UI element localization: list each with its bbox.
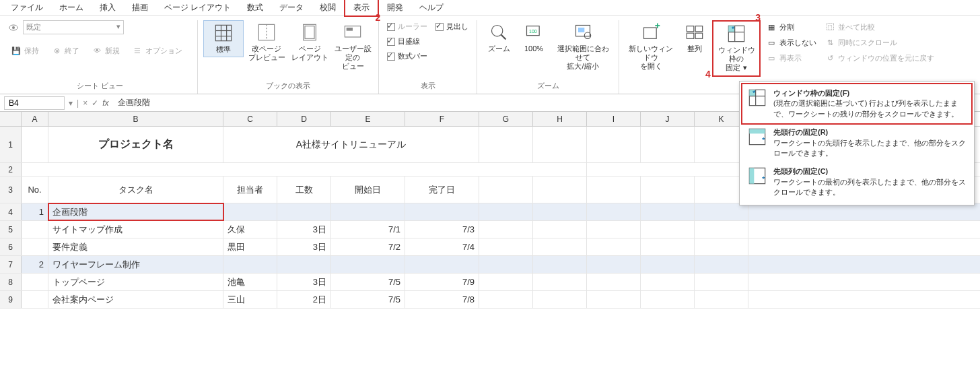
cell[interactable]	[479, 177, 533, 203]
row-header[interactable]: 8	[0, 274, 22, 290]
zoom-selection-button[interactable]: 選択範囲に合わせて 拡大/縮小	[553, 20, 613, 74]
cell[interactable]: 会社案内ページ	[48, 291, 223, 308]
cell[interactable]: 開始日	[331, 177, 405, 203]
cell[interactable]	[22, 274, 48, 290]
cell[interactable]	[533, 127, 587, 162]
cell[interactable]	[533, 238, 587, 255]
cell[interactable]	[695, 238, 748, 255]
cell[interactable]	[695, 203, 748, 220]
cell[interactable]	[641, 177, 695, 203]
cell[interactable]: 完了日	[405, 177, 479, 203]
view-pagelayout-button[interactable]: ページ レイアウト	[289, 20, 330, 65]
col-header[interactable]: H	[533, 112, 587, 126]
cell[interactable]	[533, 177, 587, 203]
cell[interactable]: 7/8	[405, 291, 479, 308]
arrange-button[interactable]: 整列	[680, 20, 709, 56]
cell[interactable]: タスク名	[48, 177, 223, 203]
menubar-item-4[interactable]: ページ レイアウト	[156, 0, 239, 15]
menubar-item-6[interactable]: データ	[271, 0, 312, 15]
cell[interactable]: 企画段階	[48, 203, 223, 220]
freeze-panes-button[interactable]: * ウィンドウ枠の 固定 ▾ 3 4	[712, 20, 761, 77]
check-formulabar[interactable]: 数式バー	[384, 50, 430, 63]
menubar-item-3[interactable]: 描画	[124, 0, 156, 15]
zoom-100-button[interactable]: 100 100%	[518, 20, 550, 56]
cell[interactable]	[641, 221, 695, 238]
cell[interactable]	[405, 203, 479, 220]
menubar-item-5[interactable]: 数式	[239, 0, 271, 15]
freeze-menu-item-2[interactable]: *先頭列の固定(C)ワークシートの最初の列を表示したままで、他の部分をスクロール…	[742, 162, 971, 201]
cell[interactable]	[223, 203, 277, 220]
cell[interactable]	[641, 127, 695, 162]
cell[interactable]	[22, 221, 48, 238]
chevron-down-icon[interactable]: ▾	[69, 98, 73, 108]
row-header[interactable]: 2	[0, 163, 22, 176]
cell[interactable]	[479, 291, 533, 308]
cell[interactable]	[641, 256, 695, 273]
cell[interactable]	[479, 238, 533, 255]
cell[interactable]	[587, 238, 641, 255]
check-gridlines[interactable]: 目盛線	[384, 35, 430, 48]
cell[interactable]: 工数	[277, 177, 331, 203]
cell[interactable]	[479, 274, 533, 290]
split-button[interactable]: ▦分割	[763, 20, 819, 34]
menubar-item-2[interactable]: 挿入	[92, 0, 124, 15]
menubar-item-0[interactable]: ファイル	[3, 0, 51, 15]
cell[interactable]	[533, 274, 587, 290]
menubar-item-7[interactable]: 校閲	[312, 0, 344, 15]
cell[interactable]	[277, 256, 331, 273]
cell[interactable]: 黒田	[223, 238, 277, 255]
cell[interactable]	[479, 221, 533, 238]
view-pagebreak-button[interactable]: 改ページ プレビュー	[246, 20, 287, 65]
sheetview-select[interactable]: 既定 ▾	[23, 20, 124, 34]
cell[interactable]	[405, 256, 479, 273]
cell[interactable]: 池亀	[223, 274, 277, 290]
menubar-item-9[interactable]: 開発	[379, 0, 411, 15]
cell[interactable]: 要件定義	[48, 238, 223, 255]
fx-icon[interactable]: fx	[102, 98, 108, 108]
cell[interactable]	[533, 203, 587, 220]
cell[interactable]	[695, 291, 748, 308]
cell[interactable]	[277, 203, 331, 220]
row-header[interactable]: 6	[0, 238, 22, 255]
col-header[interactable]: G	[479, 112, 533, 126]
cell[interactable]	[533, 256, 587, 273]
menubar-item-10[interactable]: ヘルプ	[411, 0, 452, 15]
cell[interactable]	[22, 238, 48, 255]
zoom-button[interactable]: ズーム	[483, 20, 515, 56]
cell[interactable]	[587, 127, 641, 162]
cell[interactable]: 2	[22, 256, 48, 273]
cell[interactable]: サイトマップ作成	[48, 221, 223, 238]
select-all-corner[interactable]	[0, 112, 22, 126]
formula-input[interactable]: 企画段階	[112, 96, 155, 110]
cell[interactable]	[641, 238, 695, 255]
menubar-item-8[interactable]: 表示2	[344, 0, 379, 17]
cell[interactable]	[22, 291, 48, 308]
cell[interactable]	[533, 221, 587, 238]
menubar-item-1[interactable]: ホーム	[51, 0, 92, 15]
cell[interactable]: 7/4	[405, 238, 479, 255]
cell[interactable]: プロジェクト名	[48, 127, 223, 162]
freeze-menu-item-0[interactable]: *ウィンドウ枠の固定(F)(現在の選択範囲に基づいて) 行および列を表示したまま…	[741, 83, 973, 125]
cell[interactable]: トップページ	[48, 274, 223, 290]
row-header[interactable]: 4	[0, 203, 22, 220]
cell[interactable]	[587, 256, 641, 273]
confirm-icon[interactable]: ✓	[92, 98, 98, 108]
cell[interactable]: 2日	[277, 291, 331, 308]
cell[interactable]: No.	[22, 177, 48, 203]
cell[interactable]: 3日	[277, 238, 331, 255]
cell[interactable]: 久保	[223, 221, 277, 238]
view-normal-button[interactable]: 標準	[203, 20, 244, 57]
cell[interactable]	[533, 291, 587, 308]
cell[interactable]: 7/3	[405, 221, 479, 238]
row-header[interactable]: 5	[0, 221, 22, 238]
cancel-icon[interactable]: ×	[83, 98, 88, 108]
cell[interactable]	[641, 203, 695, 220]
cell[interactable]	[587, 291, 641, 308]
row-header[interactable]: 1	[0, 127, 22, 162]
cell[interactable]: 7/9	[405, 274, 479, 290]
check-headings[interactable]: 見出し	[433, 20, 471, 33]
cell[interactable]: 3日	[277, 221, 331, 238]
col-header[interactable]: J	[641, 112, 695, 126]
cell[interactable]	[587, 274, 641, 290]
cell[interactable]	[587, 203, 641, 220]
